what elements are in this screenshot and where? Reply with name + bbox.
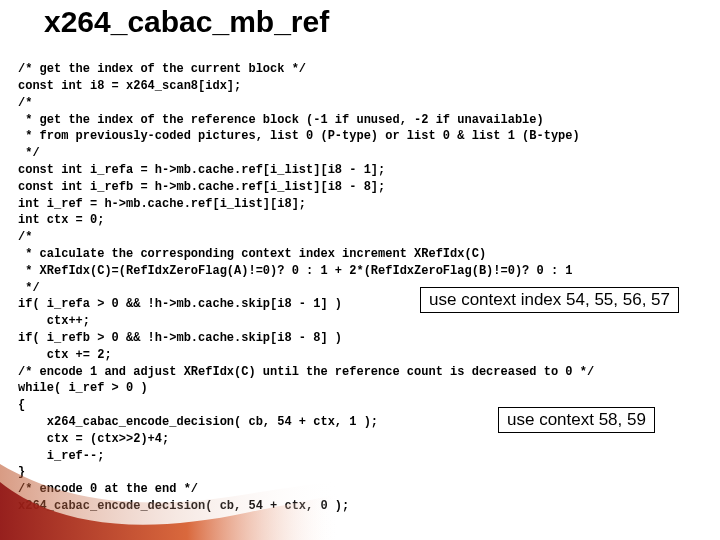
code-line: { [18,398,25,412]
code-line: /* encode 0 at the end */ [18,482,198,496]
code-line: * get the index of the reference block (… [18,113,544,127]
code-line: /* [18,96,32,110]
code-line: */ [18,281,40,295]
code-line: /* get the index of the current block */ [18,62,306,76]
code-line: * calculate the corresponding context in… [18,247,486,261]
slide-title: x264_cabac_mb_ref [44,2,702,43]
code-line: /* encode 1 and adjust XRefIdx(C) until … [18,365,594,379]
code-line: const int i_refa = h->mb.cache.ref[i_lis… [18,163,385,177]
code-line: if( i_refa > 0 && !h->mb.cache.skip[i8 -… [18,297,342,311]
code-line: int i_ref = h->mb.cache.ref[i_list][i8]; [18,197,306,211]
slide: x264_cabac_mb_ref /* get the index of th… [0,2,720,540]
code-line: ctx += 2; [18,348,112,362]
code-line: ctx++; [18,314,90,328]
code-line: ctx = (ctx>>2)+4; [18,432,169,446]
code-line: const int i8 = x264_scan8[idx]; [18,79,241,93]
code-line: */ [18,146,40,160]
code-line: * from previously-coded pictures, list 0… [18,129,580,143]
code-line: x264_cabac_encode_decision( cb, 54 + ctx… [18,499,349,513]
code-line: i_ref--; [18,449,104,463]
code-line: int ctx = 0; [18,213,104,227]
code-line: x264_cabac_encode_decision( cb, 54 + ctx… [18,415,378,429]
code-line: if( i_refb > 0 && !h->mb.cache.skip[i8 -… [18,331,342,345]
code-line: } [18,465,25,479]
code-line: /* [18,230,32,244]
code-line: * XRefIdx(C)=(RefIdxZeroFlag(A)!=0)? 0 :… [18,264,573,278]
code-line: const int i_refb = h->mb.cache.ref[i_lis… [18,180,385,194]
callout-context-58-59: use context 58, 59 [498,407,655,433]
callout-context-54-57: use context index 54, 55, 56, 57 [420,287,679,313]
code-line: while( i_ref > 0 ) [18,381,148,395]
